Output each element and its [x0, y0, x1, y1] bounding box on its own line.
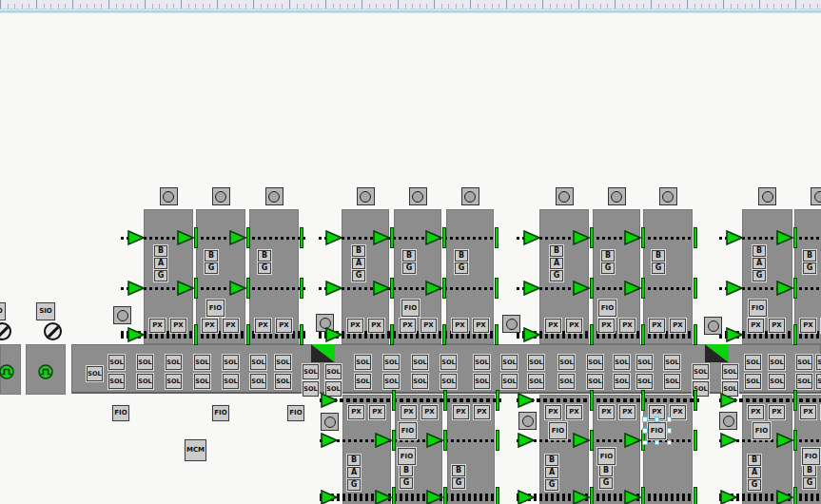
sol-box[interactable]: SOL	[383, 355, 400, 370]
bag-letter-box[interactable]: A	[347, 467, 361, 478]
sol-box[interactable]: SOL	[614, 374, 630, 389]
px-box[interactable]: PX	[421, 405, 438, 419]
bag-letter-box[interactable]: B	[748, 455, 761, 466]
bag-letter-box[interactable]: A	[154, 258, 167, 269]
bag-letter-box[interactable]: B	[803, 250, 816, 262]
sol-box[interactable]: SOL	[275, 374, 291, 389]
bag-letter-box[interactable]: G	[352, 270, 365, 281]
sol-box[interactable]: SOL	[325, 364, 342, 379]
px-box[interactable]: PX	[420, 319, 437, 333]
sol-box[interactable]: SOL	[303, 364, 319, 379]
bag-letter-box[interactable]: B	[803, 465, 816, 476]
sol-box[interactable]: SOL	[223, 355, 239, 370]
station-circle-icon[interactable]	[704, 317, 722, 335]
sol-box[interactable]: SOL	[250, 355, 266, 370]
bag-letter-box[interactable]: B	[455, 250, 468, 262]
bag-letter-box[interactable]: G	[803, 262, 816, 274]
sol-box[interactable]: SOL	[440, 374, 457, 389]
fio-box[interactable]: FIO	[212, 405, 229, 421]
motor-circle-icon[interactable]	[811, 187, 821, 205]
selection-handle[interactable]	[667, 440, 673, 446]
sol-box[interactable]: SOL	[474, 374, 490, 389]
sol-box[interactable]: SOL	[166, 374, 182, 389]
station-circle-icon[interactable]	[321, 413, 339, 431]
sol-box[interactable]: SOL	[558, 374, 575, 389]
sol-box[interactable]: SOL	[355, 355, 371, 370]
sol-box[interactable]: SOL	[636, 374, 653, 389]
sol-box[interactable]: SOL	[816, 355, 821, 370]
sol-box[interactable]: SOL	[275, 355, 291, 370]
sol-box[interactable]: SOL	[412, 374, 428, 389]
bag-letter-box[interactable]: G	[753, 270, 766, 281]
bag-letter-box[interactable]: G	[205, 262, 218, 274]
sol-box[interactable]: SOL	[587, 374, 603, 389]
sol-box[interactable]: SOL	[636, 355, 653, 370]
fio-box[interactable]: FIO	[597, 448, 616, 465]
selection-handle[interactable]	[667, 428, 673, 434]
selection-handle[interactable]	[655, 440, 660, 446]
station-circle-icon[interactable]	[719, 412, 737, 430]
no-entry-icon[interactable]	[0, 322, 11, 340]
px-box[interactable]: PX	[670, 319, 686, 333]
px-box[interactable]: PX	[255, 319, 271, 333]
selection-handle[interactable]	[642, 417, 648, 422]
sol-box[interactable]: SOL	[528, 355, 544, 370]
bag-letter-box[interactable]: B	[400, 465, 413, 476]
sol-box[interactable]: SOL	[664, 355, 680, 370]
sol-box[interactable]: SOL	[383, 374, 400, 389]
motor-circle-icon[interactable]	[212, 187, 230, 205]
sol-box[interactable]: SOL	[558, 355, 575, 370]
bag-letter-box[interactable]: B	[258, 250, 271, 262]
bag-letter-box[interactable]: B	[205, 250, 218, 262]
sol-box[interactable]: SOL	[137, 374, 153, 389]
sol-box[interactable]: SOL	[108, 355, 125, 370]
bag-letter-box[interactable]: B	[347, 455, 361, 466]
sol-box[interactable]: SOL	[501, 374, 518, 389]
selection-handle[interactable]	[642, 428, 648, 434]
sol-box[interactable]: SOL	[194, 355, 210, 370]
bag-letter-box[interactable]: G	[402, 262, 416, 274]
px-box[interactable]: PX	[149, 319, 166, 333]
bag-letter-box[interactable]: B	[753, 245, 766, 257]
px-box[interactable]: PX	[400, 319, 416, 333]
sol-box[interactable]: SOL	[108, 374, 125, 389]
sol-box[interactable]: SOL	[796, 374, 812, 389]
bag-letter-box[interactable]: B	[402, 250, 416, 262]
sol-box[interactable]: SOL	[587, 355, 603, 370]
fio-box[interactable]: FIO	[206, 300, 225, 317]
motor-circle-icon[interactable]	[758, 187, 776, 205]
fio-box[interactable]: FIO	[287, 405, 304, 421]
sol-box[interactable]: SOL	[303, 381, 319, 397]
sol-box[interactable]: SOL	[137, 355, 153, 370]
sio-box[interactable]: SIO	[36, 302, 55, 320]
fio-box-selected[interactable]: FIO	[648, 422, 666, 439]
bag-letter-box[interactable]: B	[352, 245, 365, 257]
px-box[interactable]: PX	[670, 405, 686, 419]
bag-letter-box[interactable]: G	[154, 270, 167, 281]
motor-circle-icon[interactable]	[409, 187, 427, 205]
bag-letter-box[interactable]: B	[601, 250, 615, 262]
motor-circle-icon[interactable]	[659, 187, 677, 205]
bag-letter-box[interactable]: G	[601, 262, 615, 274]
px-box[interactable]: PX	[452, 319, 468, 333]
sol-box[interactable]: SOL	[223, 374, 239, 389]
motor-circle-icon[interactable]	[608, 187, 626, 205]
px-box[interactable]: PX	[800, 319, 816, 333]
sol-box[interactable]: SOL	[745, 355, 761, 370]
selection-handle[interactable]	[642, 440, 648, 446]
px-box[interactable]: PX	[566, 319, 582, 333]
px-box[interactable]: PX	[347, 319, 363, 333]
sol-box[interactable]: SOL	[614, 355, 630, 370]
bag-letter-box[interactable]: A	[748, 467, 761, 478]
sol-box[interactable]: SOL	[722, 364, 738, 379]
bag-letter-box[interactable]: A	[352, 258, 365, 269]
bag-letter-box[interactable]: G	[652, 262, 665, 274]
sol-box[interactable]: SOL	[250, 374, 266, 389]
sol-box[interactable]: SOL	[474, 355, 490, 370]
fio-box[interactable]: FIO	[598, 300, 616, 317]
bag-letter-box[interactable]: A	[550, 258, 563, 269]
px-box[interactable]: PX	[276, 319, 292, 333]
bag-letter-box[interactable]: G	[455, 262, 468, 274]
selection-handle[interactable]	[667, 417, 673, 422]
px-box[interactable]: PX	[800, 405, 816, 419]
